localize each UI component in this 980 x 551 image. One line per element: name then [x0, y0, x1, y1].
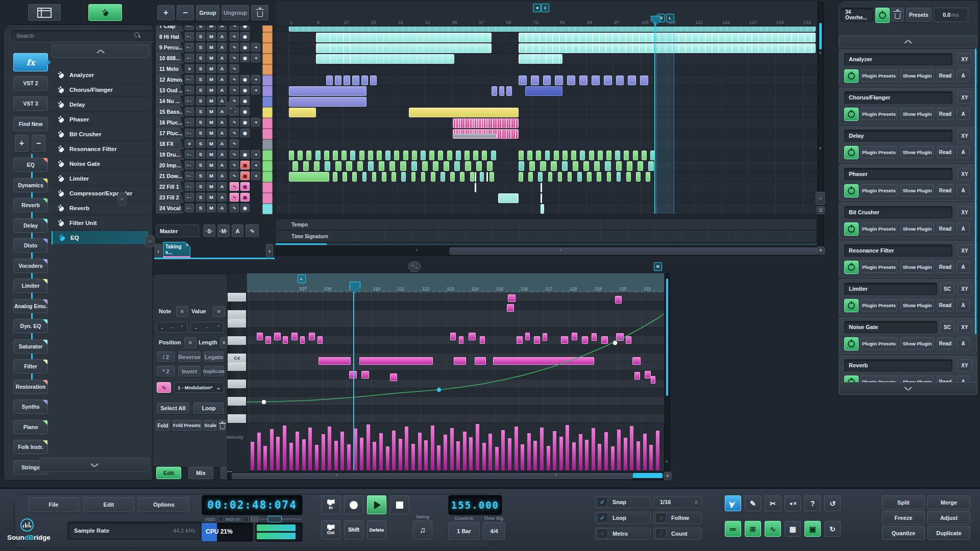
fx-name-field[interactable]: Reverb	[844, 359, 952, 371]
track-arm-button[interactable]: ◉	[240, 32, 250, 41]
plugin-item-bit-crusher[interactable]: Bit Crusher	[52, 128, 149, 141]
track-automation-button[interactable]: ∿	[230, 129, 239, 137]
velocity-bar[interactable]	[437, 445, 440, 470]
track-route-cell[interactable]: •→	[185, 182, 194, 191]
velocity-bar[interactable]	[373, 442, 376, 470]
velocity-bar[interactable]	[508, 438, 511, 470]
track-monitor-button[interactable]: ◄	[251, 43, 260, 52]
midi-note[interactable]	[359, 357, 433, 365]
scroll-up-icon[interactable]: ∧	[819, 51, 822, 55]
track-auto-button[interactable]: A	[217, 96, 227, 105]
velocity-bar[interactable]	[289, 443, 293, 470]
arrangement-lane[interactable]	[276, 204, 817, 214]
midi-note[interactable]	[517, 336, 523, 344]
midi-note[interactable]	[601, 336, 608, 344]
category-limiter[interactable]: Limiter	[13, 279, 48, 293]
scroll-down-icon[interactable]: ∨	[819, 146, 822, 151]
track-route-cell[interactable]: •→	[185, 32, 194, 41]
clip-green[interactable]	[346, 161, 352, 171]
fx-show-plugin-button[interactable]: Show Plugin	[900, 69, 934, 82]
editor-resize-handle[interactable]: ‹›	[145, 236, 155, 247]
clip-teal[interactable]	[577, 172, 582, 182]
piano-key-black[interactable]	[228, 388, 241, 397]
plugin-list-scroll-up[interactable]: ∧	[52, 44, 150, 58]
clip-purple[interactable]	[361, 76, 368, 85]
fx-read-button[interactable]: Read	[937, 146, 953, 158]
modulation-dropdown[interactable]: 1 - Modulation*⌄	[174, 382, 224, 393]
track-name[interactable]: 18 FX	[156, 139, 184, 149]
check-count[interactable]: ✓Count	[653, 528, 702, 540]
arrangement-lane[interactable]	[276, 182, 817, 193]
tool-mute-button[interactable]: ◄✕	[785, 495, 801, 511]
track-name[interactable]: 19 Dru...	[156, 149, 184, 160]
split-resize-handle[interactable]: ⌃⌄	[408, 261, 421, 272]
tool-cursor-button[interactable]	[725, 495, 741, 511]
clip-purple[interactable]	[289, 86, 366, 96]
velocity-bar[interactable]	[547, 446, 550, 470]
track-solo-button[interactable]: S	[196, 96, 205, 105]
master-wave-button[interactable]: ∿	[246, 224, 259, 237]
main-volume-slider-track[interactable]	[258, 518, 302, 520]
velocity-bar[interactable]	[463, 432, 467, 470]
fx-power-button[interactable]	[844, 222, 859, 236]
plugin-item-chorus-flanger[interactable]: Chorus/Flanger	[52, 83, 149, 97]
track-auto-button[interactable]: A	[217, 118, 227, 127]
velocity-bar[interactable]	[450, 428, 454, 470]
fx-power-button[interactable]	[844, 337, 859, 350]
clip-green[interactable]	[489, 172, 494, 182]
group-tracks-button[interactable]: Group	[196, 5, 219, 20]
velocity-bar[interactable]	[263, 446, 267, 470]
velocity-bar[interactable]	[340, 432, 344, 470]
midi-note[interactable]	[626, 336, 631, 344]
category-reverb[interactable]: Reverb	[13, 198, 48, 212]
duplicate-notes-button[interactable]: Duplicate	[204, 366, 224, 377]
piano-ruler[interactable]: L 10710810911011111211311411511611711811…	[247, 273, 665, 293]
action-adjust-button[interactable]: Adjust	[927, 511, 970, 524]
velocity-bar[interactable]	[527, 433, 531, 470]
midi-note[interactable]	[390, 373, 397, 381]
track-route-cell[interactable]: •→	[185, 54, 194, 62]
midi-note[interactable]	[582, 336, 589, 344]
timeline-marker-arrow[interactable]: ◄	[533, 4, 541, 12]
clip-blue[interactable]	[525, 86, 562, 96]
punch-out-button[interactable]: Out	[321, 520, 340, 539]
fx-read-button[interactable]: Read	[937, 299, 953, 311]
fx-xy-button[interactable]: XY	[958, 244, 972, 257]
category-synths[interactable]: Synths	[13, 399, 48, 414]
track-arm-button[interactable]: ◉	[240, 86, 250, 94]
fx-xy-button[interactable]: XY	[958, 53, 972, 65]
track-mute-button[interactable]: M	[207, 54, 216, 62]
track-arm-button[interactable]: ◉	[240, 96, 250, 105]
clip-teal[interactable]	[325, 161, 330, 171]
clip-teal[interactable]	[545, 151, 550, 160]
track-mute-button[interactable]: M	[207, 64, 216, 73]
category-delay[interactable]: Delay	[13, 218, 48, 233]
tracklist-resize-handle[interactable]: ‹›	[226, 102, 235, 114]
category-saturator[interactable]: Saturator	[13, 339, 48, 354]
clip-teal[interactable]	[648, 161, 654, 171]
track-auto-button[interactable]: A	[217, 32, 227, 41]
clip-green[interactable]	[422, 161, 428, 171]
fx-show-plugin-button[interactable]: Show Plugin	[900, 337, 934, 349]
fx-power-button[interactable]	[844, 184, 859, 197]
track-arm-button[interactable]: ◉	[240, 193, 250, 202]
clip-white[interactable]	[486, 172, 488, 182]
clip-green[interactable]	[352, 172, 357, 182]
midi-note[interactable]	[475, 357, 486, 365]
clip-green[interactable]	[583, 161, 589, 171]
fx-show-plugin-button[interactable]: Show Plugin	[900, 108, 934, 120]
fx-a-button[interactable]: A	[957, 108, 970, 120]
loop-button[interactable]: Loop	[193, 403, 224, 414]
fx-name-field[interactable]: Limiter	[844, 283, 937, 295]
piano-key-white[interactable]	[228, 397, 246, 406]
midi-note[interactable]	[265, 336, 271, 344]
clip-purple[interactable]	[289, 97, 366, 107]
midi-note[interactable]	[572, 333, 577, 340]
clip-purple[interactable]	[579, 76, 587, 85]
tool-automation-button[interactable]: ∿	[765, 521, 781, 537]
clip-cyan1[interactable]	[316, 33, 492, 42]
track-route-cell[interactable]: •→	[185, 193, 194, 202]
clip-green[interactable]	[606, 151, 611, 160]
value-dropdown[interactable]: ⌄--⌃	[190, 322, 224, 333]
track-solo-button[interactable]: S	[196, 171, 205, 180]
